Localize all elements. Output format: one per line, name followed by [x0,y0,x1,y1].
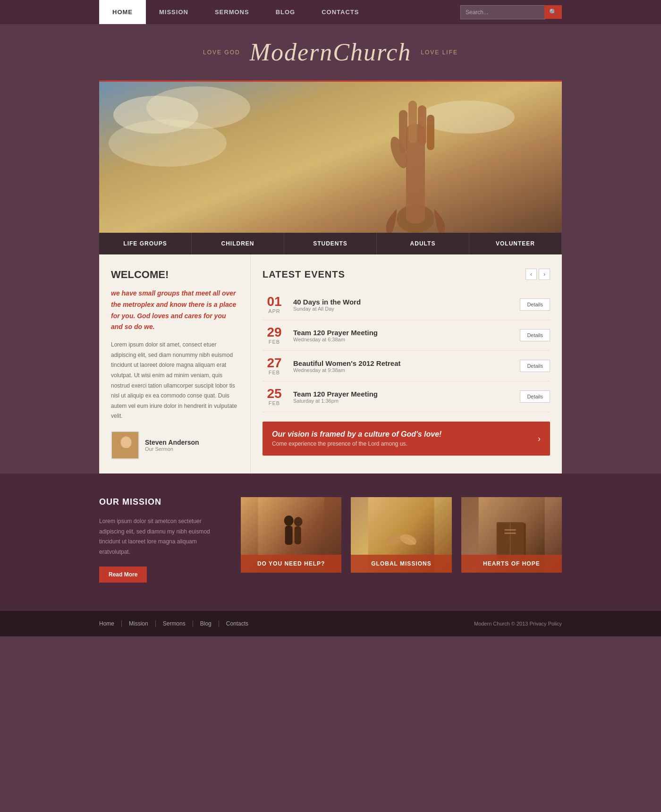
event-day: 25 [263,387,286,400]
footer-link-mission[interactable]: Mission [122,620,156,627]
mission-inner: OUR MISSION Lorem ipsum dolor sit ametco… [99,497,562,583]
pastor-box: Steven Anderson Our Sermon [111,431,238,459]
event-time: Wednesday at 9:38am [293,367,513,373]
card-overlay-global: GLOBAL MISSIONS [351,555,451,573]
nav-contacts[interactable]: CONTACTS [308,0,372,24]
main-content: WELCOME! we have small groups that meet … [99,254,562,474]
svg-rect-13 [285,526,293,545]
event-day: 27 [263,356,286,370]
event-time: Sunday at All Day [293,306,513,312]
footer-links: Home Mission Sermons Blog Contacts [99,620,255,627]
card-overlay-hearts: HEARTS OF HOPE [461,555,562,573]
event-time: Wednesday at 6:38am [293,337,513,342]
event-details-btn[interactable]: Details [520,360,550,372]
mission-cards: DO YOU NEED HELP? [241,497,562,583]
event-row: 01 APR 40 Days in the Word Sunday at All… [263,289,550,320]
welcome-highlight: we have small groups that meet all over … [111,288,238,333]
event-month: FEB [263,339,286,345]
card-overlay-help: DO YOU NEED HELP? [241,555,341,573]
card-label-help: DO YOU NEED HELP? [246,560,336,567]
svg-rect-3 [408,101,417,143]
event-name: 40 Days in the Word [293,298,513,306]
nav-sermons[interactable]: SERMONS [202,0,263,24]
site-header: LOVE GOD ModernChurch LOVE LIFE [0,24,661,80]
site-footer: Home Mission Sermons Blog Contacts Moder… [0,611,661,636]
svg-rect-25 [504,533,516,534]
tab-children[interactable]: CHILDREN [192,233,284,254]
welcome-title: WELCOME! [111,269,238,281]
event-date: 29 FEB [263,326,286,345]
mission-title: OUR MISSION [99,497,222,507]
footer-link-sermons[interactable]: Sermons [156,620,193,627]
mission-card-global[interactable]: GLOBAL MISSIONS [351,497,451,573]
mission-description: Lorem ipsum dolor sit ametcon sectetuer … [99,516,222,557]
pastor-photo [111,431,139,459]
event-day: 29 [263,326,286,339]
prev-arrow[interactable]: ‹ [525,269,537,280]
event-info: Beautiful Women's 2012 Retreat Wednesday… [293,359,513,373]
tabs-bar: LIFE GROUPS CHILDREN STUDENTS ADULTS VOL… [99,233,562,254]
event-details-btn[interactable]: Details [520,329,550,341]
vision-banner[interactable]: Our vision is framed by a culture of God… [263,422,550,456]
footer-inner: Home Mission Sermons Blog Contacts Moder… [99,620,562,627]
event-details-btn[interactable]: Details [520,298,550,311]
svg-point-10 [121,437,131,448]
event-row: 25 FEB Team 120 Prayer Meeting Saturday … [263,381,550,412]
event-month: APR [263,308,286,314]
footer-link-blog[interactable]: Blog [193,620,219,627]
tab-life-groups[interactable]: LIFE GROUPS [99,233,192,254]
events-panel: LATEST EVENTS ‹ › 01 APR 40 Days in the … [250,254,562,474]
footer-copyright: Modern Church © 2013 Privacy Policy [474,621,562,626]
mission-card-help[interactable]: DO YOU NEED HELP? [241,497,341,573]
nav-home[interactable]: HOME [99,0,146,24]
event-date: 25 FEB [263,387,286,406]
event-date: 01 APR [263,295,286,314]
nav-mission[interactable]: MISSION [146,0,202,24]
tab-students[interactable]: STUDENTS [284,233,377,254]
event-time: Saturday at 1:36pm [293,398,513,404]
tab-adults[interactable]: ADULTS [377,233,469,254]
footer-link-contacts[interactable]: Contacts [219,620,255,627]
event-month: FEB [263,400,286,406]
search-input[interactable] [460,5,545,19]
search-button[interactable]: 🔍 [544,5,562,19]
event-details-btn[interactable]: Details [520,390,550,403]
nav-blog[interactable]: BLOG [263,0,309,24]
svg-rect-5 [427,115,434,150]
hero-image [99,82,562,233]
welcome-body: Lorem ipsum dolor sit amet, consect etue… [111,340,238,422]
svg-rect-24 [504,529,516,531]
svg-rect-15 [295,526,301,544]
tab-volunteer[interactable]: VOLUNTEER [469,233,562,254]
event-month: FEB [263,370,286,375]
tagline-left: LOVE GOD [203,49,240,56]
next-arrow[interactable]: › [539,269,550,280]
site-title: ModernChurch [250,38,412,66]
vision-line1: Our vision is framed by a culture of God… [272,430,441,439]
hero-section [99,82,562,233]
vision-text: Our vision is framed by a culture of God… [272,430,441,447]
event-name: Team 120 Prayer Meeting [293,329,513,337]
events-header: LATEST EVENTS ‹ › [263,269,550,280]
event-info: Team 120 Prayer Meeting Wednesday at 6:3… [293,329,513,342]
search-form: 🔍 [460,0,562,24]
card-label-global: GLOBAL MISSIONS [356,560,446,567]
events-nav: ‹ › [525,269,550,280]
svg-rect-4 [418,105,426,145]
read-more-button[interactable]: Read More [99,567,147,583]
mission-text-col: OUR MISSION Lorem ipsum dolor sit ametco… [99,497,222,583]
vision-arrow-icon[interactable]: › [538,434,541,444]
event-name: Beautiful Women's 2012 Retreat [293,359,513,367]
navigation: HOME MISSION SERMONS BLOG CONTACTS 🔍 [0,0,661,24]
event-info: Team 120 Prayer Meeting Saturday at 1:36… [293,390,513,404]
event-name: Team 120 Prayer Meeting [293,390,513,398]
event-row: 29 FEB Team 120 Prayer Meeting Wednesday… [263,320,550,351]
event-day: 01 [263,295,286,308]
tagline-right: LOVE LIFE [421,49,458,56]
svg-point-14 [294,517,303,526]
events-title: LATEST EVENTS [263,269,345,280]
card-label-hearts: HEARTS OF HOPE [467,560,556,567]
mission-card-hearts[interactable]: HEARTS OF HOPE [461,497,562,573]
footer-link-home[interactable]: Home [99,620,122,627]
event-info: 40 Days in the Word Sunday at All Day [293,298,513,312]
